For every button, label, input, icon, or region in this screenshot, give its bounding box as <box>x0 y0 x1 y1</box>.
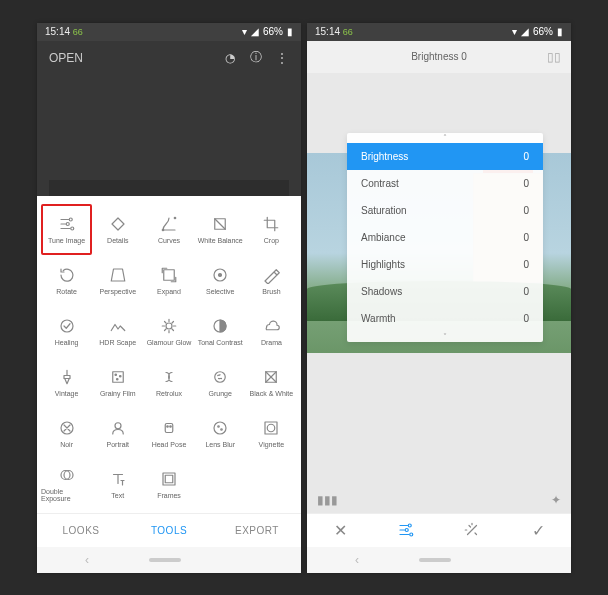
slider-row-warmth[interactable]: Warmth0 <box>347 305 543 332</box>
tool-drama[interactable]: Drama <box>246 306 297 357</box>
apply-button[interactable]: ✓ <box>505 521 571 540</box>
svg-point-24 <box>214 422 226 434</box>
tool-tune[interactable]: Tune Image <box>41 204 92 255</box>
svg-point-35 <box>410 533 413 536</box>
tool-lensblur[interactable]: Lens Blur <box>195 408 246 459</box>
android-navbar: ‹ <box>307 547 571 573</box>
tool-selective[interactable]: Selective <box>195 255 246 306</box>
slider-row-ambiance[interactable]: Ambiance0 <box>347 224 543 251</box>
healing-icon <box>58 317 76 335</box>
tab-looks[interactable]: LOOKS <box>37 514 125 547</box>
tool-label: Frames <box>157 492 181 499</box>
slider-row-saturation[interactable]: Saturation0 <box>347 197 543 224</box>
auto-icon[interactable] <box>439 521 505 539</box>
compare-icon[interactable]: ▯▯ <box>547 50 561 64</box>
expand-icon <box>160 266 178 284</box>
tool-noir[interactable]: Noir <box>41 408 92 459</box>
nav-back-icon[interactable]: ‹ <box>355 553 359 567</box>
tab-tools[interactable]: TOOLS <box>125 514 213 547</box>
tool-curves[interactable]: Curves <box>143 204 194 255</box>
slider-value: 0 <box>523 259 529 270</box>
adjustment-header: Brightness 0 ▯▯ <box>307 41 571 73</box>
drama-icon <box>262 317 280 335</box>
info-icon[interactable]: ⓘ <box>249 51 263 65</box>
tool-details[interactable]: Details <box>92 204 143 255</box>
tool-rotate[interactable]: Rotate <box>41 255 92 306</box>
histogram-icon[interactable]: ▮▮▮ <box>317 493 338 507</box>
bookmark-icon[interactable]: ✦ <box>551 493 561 507</box>
tool-crop[interactable]: Crop <box>246 204 297 255</box>
tool-portrait[interactable]: Portrait <box>92 408 143 459</box>
svg-point-28 <box>268 424 276 432</box>
tool-label: Tonal Contrast <box>198 339 243 346</box>
tool-label: Crop <box>264 237 279 244</box>
status-bar: 15:14 66 ▾ ◢ 66% ▮ <box>307 23 571 41</box>
details-icon <box>109 215 127 233</box>
tool-grunge[interactable]: Grunge <box>195 357 246 408</box>
tool-retro[interactable]: Retrolux <box>143 357 194 408</box>
retro-icon <box>160 368 178 386</box>
tool-frames[interactable]: Frames <box>143 459 194 510</box>
battery-icon: ▮ <box>557 26 563 37</box>
tune-icon[interactable] <box>373 521 439 539</box>
svg-rect-32 <box>165 475 173 483</box>
tool-label: Text <box>111 492 124 499</box>
image-canvas[interactable]: ˄ Brightness0Contrast0Saturation0Ambianc… <box>307 73 571 513</box>
svg-point-1 <box>66 222 69 225</box>
tab-export[interactable]: EXPORT <box>213 514 301 547</box>
adjustment-value: Brightness 0 <box>411 51 467 62</box>
status-ticker: 66 <box>73 27 83 37</box>
tool-label: Grunge <box>209 390 232 397</box>
tool-label: Healing <box>55 339 79 346</box>
nav-home-icon[interactable] <box>149 558 181 562</box>
tool-brush[interactable]: Brush <box>246 255 297 306</box>
tool-grain[interactable]: Grainy Film <box>92 357 143 408</box>
tool-bw[interactable]: Black & White <box>246 357 297 408</box>
svg-point-26 <box>221 428 223 430</box>
svg-point-4 <box>174 217 176 219</box>
open-button[interactable]: OPEN <box>49 51 83 65</box>
tool-label: Grainy Film <box>100 390 136 397</box>
slider-value: 0 <box>523 205 529 216</box>
slider-row-contrast[interactable]: Contrast0 <box>347 170 543 197</box>
slider-name: Contrast <box>361 178 399 189</box>
frames-icon <box>160 470 178 488</box>
tool-label: Vintage <box>55 390 79 397</box>
battery-icon: ▮ <box>287 26 293 37</box>
cancel-button[interactable]: ✕ <box>307 521 373 540</box>
slider-row-brightness[interactable]: Brightness0 <box>347 143 543 170</box>
tool-glow[interactable]: Glamour Glow <box>143 306 194 357</box>
tool-label: Expand <box>157 288 181 295</box>
more-icon[interactable]: ⋮ <box>275 51 289 65</box>
nav-back-icon[interactable]: ‹ <box>85 553 89 567</box>
nav-home-icon[interactable] <box>419 558 451 562</box>
svg-point-23 <box>170 425 172 427</box>
tool-text[interactable]: Text <box>92 459 143 510</box>
tool-perspective[interactable]: Perspective <box>92 255 143 306</box>
bottom-tabs: LOOKS TOOLS EXPORT <box>37 513 301 547</box>
crop-icon <box>262 215 280 233</box>
wifi-icon: ▾ <box>242 26 247 37</box>
slider-row-highlights[interactable]: Highlights0 <box>347 251 543 278</box>
slider-row-shadows[interactable]: Shadows0 <box>347 278 543 305</box>
tool-label: Black & White <box>250 390 294 397</box>
tool-label: Double Exposure <box>41 488 92 502</box>
tool-label: Noir <box>60 441 73 448</box>
slider-panel[interactable]: ˄ Brightness0Contrast0Saturation0Ambianc… <box>347 133 543 342</box>
svg-point-25 <box>218 425 220 427</box>
tool-vignette[interactable]: Vignette <box>246 408 297 459</box>
tool-vintage[interactable]: Vintage <box>41 357 92 408</box>
tool-expand[interactable]: Expand <box>143 255 194 306</box>
wb-icon <box>211 215 229 233</box>
tool-headpose[interactable]: Head Pose <box>143 408 194 459</box>
tool-hdr[interactable]: HDR Scape <box>92 306 143 357</box>
style-icon[interactable]: ◔ <box>223 51 237 65</box>
tool-wb[interactable]: White Balance <box>195 204 246 255</box>
svg-point-22 <box>167 425 169 427</box>
tool-tonal[interactable]: Tonal Contrast <box>195 306 246 357</box>
tool-healing[interactable]: Healing <box>41 306 92 357</box>
svg-point-16 <box>116 378 118 380</box>
svg-rect-21 <box>165 423 173 432</box>
tool-dblexp[interactable]: Double Exposure <box>41 459 92 510</box>
tool-label: Vignette <box>259 441 285 448</box>
